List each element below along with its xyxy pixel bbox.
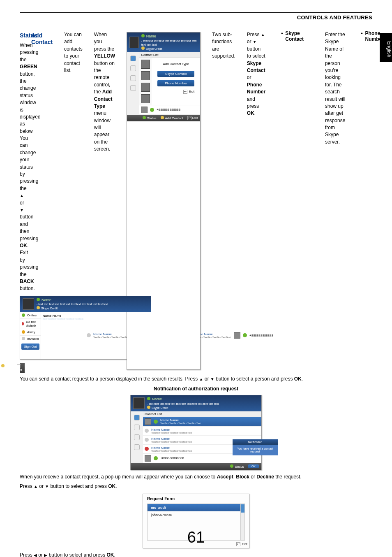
contact-avatar[interactable] — [141, 71, 150, 80]
contact-row[interactable]: Name NameTextTextTextTextTextTextTextTex… — [143, 417, 261, 427]
keypad-icon[interactable] — [130, 75, 136, 81]
language-tab: English — [380, 33, 392, 62]
add-contact-heading: Add Contact — [31, 32, 53, 370]
gear-icon[interactable] — [134, 444, 140, 450]
add-contact-p1: You can add contacts to your contact lis… — [64, 31, 83, 371]
press-select: Press or button to select Skype Contact … — [247, 31, 265, 371]
avatar — [129, 37, 139, 48]
page-number: 61 — [0, 529, 392, 546]
contact-row[interactable]: Name NameTextTextTextTextTextTextTextTex… — [143, 427, 261, 436]
keypad-icon[interactable] — [134, 434, 140, 440]
receive-request-p: When you receive a contact request, a po… — [20, 473, 372, 480]
phone-row[interactable]: +888888888888 — [139, 105, 200, 115]
list-item[interactable]: ms_audi — [148, 504, 244, 511]
history-icon[interactable] — [130, 65, 136, 71]
down-icon — [20, 207, 24, 213]
page-header: CONTROLS AND FEATURES — [20, 14, 372, 21]
sub-supported: Two sub-functions are supported. — [212, 31, 235, 371]
skype-contact-bullet: Skype Contact — [285, 30, 304, 372]
contacts-icon[interactable] — [130, 56, 136, 61]
up-icon — [20, 193, 24, 198]
notif-heading: Notification of authorization request — [20, 386, 372, 392]
avatar — [133, 397, 145, 409]
notification-popup: Notification You have received a contact… — [233, 439, 278, 455]
phone-number-button[interactable]: Phone Number — [157, 80, 194, 86]
add-contact-window: Name - text text text text text text tex… — [127, 32, 201, 370]
notification-window: Name - text text text text text text tex… — [130, 395, 262, 470]
contact-avatar[interactable] — [141, 83, 150, 92]
contacts-icon[interactable] — [134, 415, 140, 420]
ok-button[interactable]: OK — [248, 464, 259, 468]
contact-avatar[interactable] — [141, 94, 150, 103]
add-contact-p2: When you press the YELLOW button on the … — [94, 31, 115, 371]
list-item[interactable]: john5678236 — [148, 511, 244, 519]
send-request-p: You can send a contact request to a pers… — [20, 376, 372, 383]
contact-avatar[interactable] — [141, 60, 150, 69]
phone-number-bullet: Phone Number — [365, 30, 384, 372]
avatar — [23, 298, 34, 310]
skype-contact-button[interactable]: Skype Contact — [157, 71, 194, 77]
history-icon[interactable] — [134, 425, 140, 430]
press-select-ud: Press or button to select and press OK. — [20, 483, 372, 490]
sc-desc: Enter the Skype Name of the person you'r… — [325, 31, 345, 371]
gear-icon[interactable] — [130, 85, 136, 91]
press-select-lr: Press or button to select and press OK. — [20, 552, 372, 557]
